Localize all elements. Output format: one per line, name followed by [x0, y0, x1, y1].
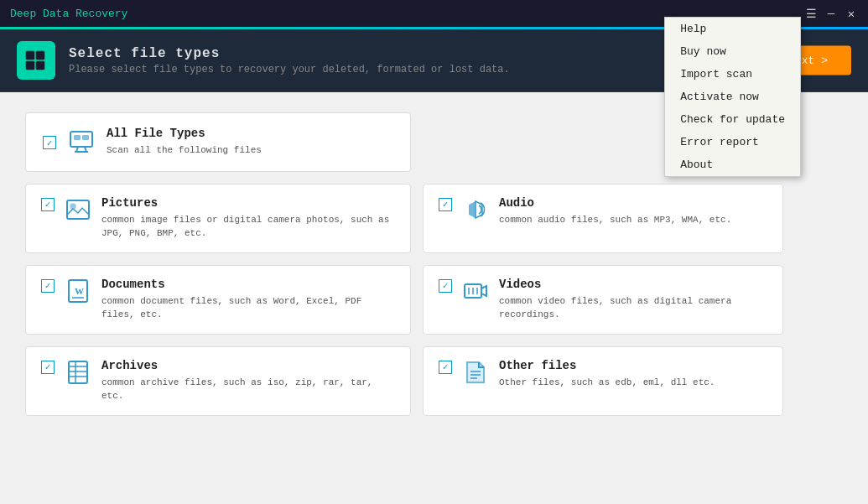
videos-icon [462, 278, 489, 304]
minimize-button[interactable]: — [824, 7, 838, 21]
audio-icon [462, 196, 489, 223]
archives-desc: common archive files, such as iso, zip, … [101, 376, 395, 403]
svg-rect-0 [26, 51, 34, 60]
pictures-title: Pictures [101, 196, 395, 210]
pictures-text: Pictures common image files or digital c… [101, 196, 395, 241]
documents-card[interactable]: ✓ W Documents common document files, suc… [25, 265, 411, 335]
archives-title: Archives [101, 359, 395, 372]
svg-rect-2 [26, 61, 34, 70]
pictures-checkbox[interactable]: ✓ [41, 198, 55, 211]
documents-title: Documents [101, 278, 395, 291]
audio-checkbox[interactable]: ✓ [439, 198, 452, 211]
documents-checkbox[interactable]: ✓ [41, 279, 55, 293]
other-checkbox[interactable]: ✓ [439, 361, 452, 374]
videos-card[interactable]: ✓ Videos common video files, such as dig… [423, 265, 783, 335]
svg-rect-1 [36, 51, 44, 60]
menu-icon[interactable]: ☰ [804, 7, 818, 21]
all-files-desc: Scan all the following files [107, 143, 262, 158]
svg-rect-4 [70, 132, 92, 147]
archives-checkbox[interactable]: ✓ [41, 361, 55, 374]
pictures-icon [65, 196, 91, 223]
other-files-desc: Other files, such as edb, eml, dll etc. [499, 376, 715, 390]
menu-item-import-scan[interactable]: Import scan [665, 63, 800, 86]
svg-rect-19 [69, 361, 87, 383]
svg-rect-9 [82, 135, 89, 140]
all-files-title: All File Types [107, 127, 262, 140]
file-types-grid: ✓ Pictures common image files or digital… [25, 184, 843, 416]
videos-checkbox[interactable]: ✓ [439, 279, 452, 293]
page-title: Select file types [69, 46, 510, 61]
header-text: Select file types Please select file typ… [69, 46, 510, 75]
all-files-icon [68, 128, 95, 155]
audio-title: Audio [499, 196, 731, 210]
menu-item-activate-now[interactable]: Activate now [665, 86, 800, 108]
videos-title: Videos [499, 278, 767, 291]
close-button[interactable]: ✕ [845, 7, 858, 21]
all-files-card[interactable]: ✓ All File Types Scan all the following … [25, 112, 411, 172]
audio-text: Audio common audio files, such as MP3, W… [499, 196, 731, 227]
audio-desc: common audio files, such as MP3, WMA, et… [499, 213, 731, 227]
all-files-text: All File Types Scan all the following fi… [107, 127, 262, 158]
menu-item-check-update[interactable]: Check for update [665, 108, 800, 131]
archives-card[interactable]: ✓ Archives common archive files, such as… [25, 346, 411, 416]
menu-item-buy-now[interactable]: Buy now [665, 40, 800, 63]
pictures-desc: common image files or digital camera pho… [101, 213, 395, 241]
other-files-card[interactable]: ✓ Other files Other files, such as edb, … [423, 346, 783, 416]
other-files-text: Other files Other files, such as edb, em… [499, 359, 715, 390]
archives-icon [65, 359, 91, 386]
app-logo-icon [24, 49, 48, 72]
svg-rect-8 [74, 135, 81, 140]
svg-text:W: W [75, 286, 84, 296]
other-files-title: Other files [499, 359, 715, 372]
videos-text: Videos common video files, such as digit… [499, 278, 767, 322]
documents-text: Documents common document files, such as… [101, 278, 395, 322]
svg-rect-10 [67, 200, 89, 219]
archives-text: Archives common archive files, such as i… [101, 359, 395, 403]
audio-card[interactable]: ✓ Audio common audio files, such as MP3,… [423, 184, 783, 253]
pictures-card[interactable]: ✓ Pictures common image files or digital… [25, 184, 411, 253]
menu-item-error-report[interactable]: Error report [665, 131, 800, 153]
videos-desc: common video files, such as digital came… [499, 294, 767, 322]
all-files-checkbox[interactable]: ✓ [43, 136, 56, 149]
documents-desc: common document files, such as Word, Exc… [101, 294, 395, 322]
documents-icon: W [65, 278, 91, 304]
other-files-icon [462, 359, 489, 386]
menu-item-about[interactable]: About [665, 153, 800, 176]
header-icon [17, 41, 55, 80]
svg-rect-3 [36, 61, 44, 70]
page-subtitle: Please select file types to recovery you… [69, 64, 510, 75]
title-bar-controls: ☰ — ✕ [804, 7, 858, 21]
dropdown-menu: Help Buy now Import scan Activate now Ch… [664, 17, 801, 177]
menu-item-help[interactable]: Help [665, 18, 800, 40]
